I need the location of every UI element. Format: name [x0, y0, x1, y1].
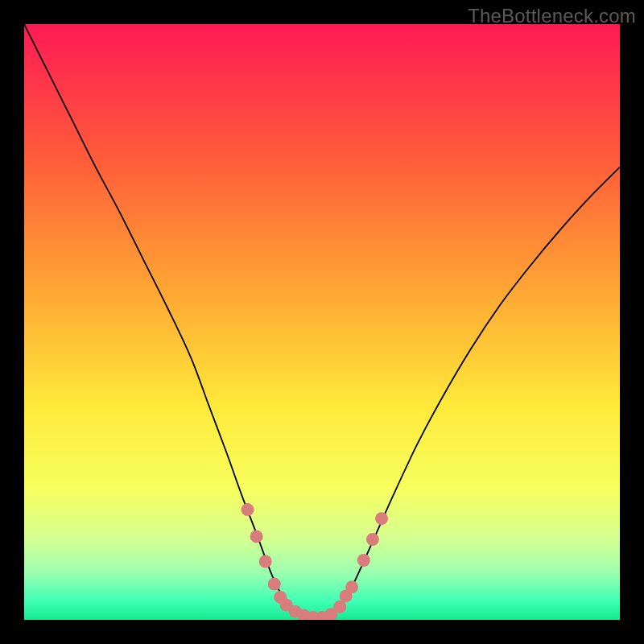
highlight-dot [357, 554, 370, 567]
highlight-dot [366, 533, 379, 546]
chart-frame: TheBottleneck.com [0, 0, 644, 644]
plot-area [24, 24, 620, 620]
gradient-background [24, 24, 620, 620]
highlight-dot [268, 578, 281, 591]
highlight-dot [259, 555, 272, 568]
highlight-dot [375, 512, 388, 525]
bottleneck-chart [24, 24, 620, 620]
highlight-dot [345, 580, 358, 593]
watermark-text: TheBottleneck.com [468, 5, 636, 27]
highlight-dot [250, 530, 263, 543]
highlight-dot [242, 503, 254, 516]
